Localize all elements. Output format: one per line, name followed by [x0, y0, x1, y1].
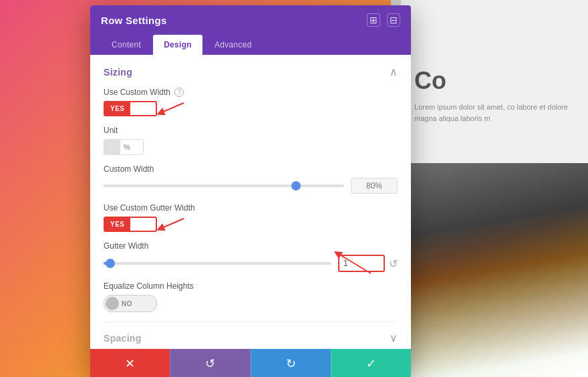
- svg-line-2: [160, 219, 184, 229]
- gutter-reset-icon[interactable]: ↺: [389, 257, 398, 270]
- use-custom-width-row: Use Custom Width ? YES: [104, 88, 398, 116]
- custom-width-slider-row: 80%: [104, 178, 398, 194]
- equalize-columns-label: Equalize Column Heights: [104, 281, 398, 291]
- tab-design[interactable]: Design: [153, 35, 202, 55]
- columns-icon-btn[interactable]: ⊟: [387, 13, 400, 27]
- modal-title: Row Settings: [101, 15, 167, 26]
- delete-icon: ✕: [125, 356, 135, 371]
- row-settings-modal: Row Settings ⊞ ⊟ Content Design Advanced…: [90, 5, 411, 377]
- gutter-width-row: Gutter Width ↺: [104, 241, 398, 272]
- use-custom-gutter-label: Use Custom Gutter Width: [104, 203, 398, 213]
- spacing-expand-btn[interactable]: ∨: [390, 332, 398, 344]
- custom-width-thumb[interactable]: [291, 181, 301, 191]
- equalize-columns-toggle[interactable]: NO: [104, 295, 157, 312]
- gutter-width-thumb[interactable]: [106, 259, 115, 268]
- sizing-collapse-btn[interactable]: ∧: [390, 66, 398, 78]
- toggle-yes-label[interactable]: YES: [105, 102, 130, 115]
- redo-button[interactable]: ↻: [251, 349, 331, 377]
- arrow-custom-gutter: [157, 215, 190, 235]
- modal-tabs: Content Design Advanced: [90, 35, 411, 55]
- undo-icon: ↺: [205, 356, 215, 371]
- header-icons: ⊞ ⊟: [367, 13, 400, 27]
- right-panel-body: Lorem ipsum dolor sit amet, co labore et…: [414, 102, 581, 124]
- unit-thumb: [104, 140, 120, 154]
- gutter-toggle-yes-label[interactable]: YES: [105, 218, 130, 231]
- unit-toggle[interactable]: %: [104, 139, 144, 155]
- arrow-custom-width: [157, 100, 190, 120]
- equalize-columns-row: Equalize Column Heights NO: [104, 281, 398, 312]
- tab-advanced[interactable]: Advanced: [204, 35, 263, 55]
- equalize-toggle-label: NO: [119, 300, 132, 307]
- save-icon: ✓: [366, 356, 376, 371]
- equalize-toggle-thumb: [106, 297, 119, 310]
- undo-button[interactable]: ↺: [170, 349, 250, 377]
- spacing-section: Spacing ∨: [104, 322, 398, 344]
- spacing-section-header: Spacing ∨: [104, 332, 398, 344]
- unit-row: Unit %: [104, 126, 398, 155]
- custom-width-value[interactable]: 80%: [351, 178, 398, 194]
- redo-icon: ↻: [286, 356, 296, 371]
- tab-content[interactable]: Content: [101, 35, 152, 55]
- use-custom-width-label: Use Custom Width ?: [104, 88, 398, 97]
- sizing-section-header: Sizing ∧: [104, 66, 398, 78]
- use-custom-width-toggle[interactable]: YES: [104, 101, 157, 116]
- modal-body: Sizing ∧ Use Custom Width ? YES: [90, 55, 411, 349]
- modal-footer: ✕ ↺ ↻ ✓: [90, 349, 411, 377]
- gutter-width-track[interactable]: [104, 262, 331, 265]
- custom-width-label: Custom Width: [104, 164, 398, 174]
- svg-line-4: [337, 253, 371, 273]
- use-custom-gutter-toggle[interactable]: YES: [104, 217, 157, 232]
- arrow-gutter-input: [324, 248, 378, 275]
- custom-width-row: Custom Width 80%: [104, 164, 398, 194]
- save-button[interactable]: ✓: [331, 349, 411, 377]
- sizing-title: Sizing: [104, 67, 132, 78]
- use-custom-width-help[interactable]: ?: [174, 88, 184, 97]
- custom-width-fill: [104, 184, 296, 187]
- unit-value: %: [120, 143, 134, 151]
- bg-flower: [401, 163, 588, 377]
- modal-header: Row Settings ⊞ ⊟: [90, 5, 411, 35]
- right-panel-heading: Co: [414, 67, 581, 95]
- custom-width-track[interactable]: [104, 184, 344, 187]
- use-custom-gutter-row: Use Custom Gutter Width YES: [104, 203, 398, 232]
- svg-line-0: [160, 103, 184, 113]
- focus-icon-btn[interactable]: ⊞: [367, 13, 380, 27]
- spacing-title: Spacing: [104, 333, 142, 344]
- delete-button[interactable]: ✕: [90, 349, 170, 377]
- unit-label: Unit: [104, 126, 398, 135]
- right-panel-content: Co Lorem ipsum dolor sit amet, co labore…: [414, 67, 581, 124]
